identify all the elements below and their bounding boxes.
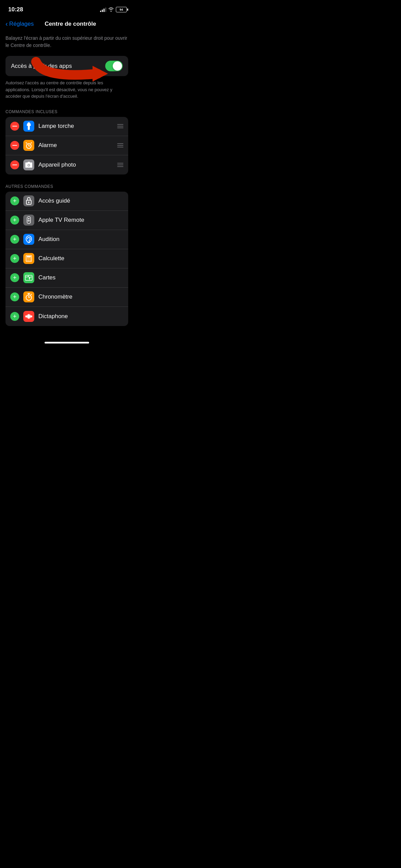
item-label: Appareil photo (38, 161, 113, 168)
toggle-knob (113, 61, 122, 71)
wifi-icon (108, 7, 114, 13)
add-button[interactable] (10, 292, 19, 301)
maps-icon (23, 272, 34, 283)
svg-point-23 (27, 260, 27, 261)
audition-icon (23, 234, 34, 245)
list-item: Lampe torche (5, 117, 128, 136)
item-label: Chronomètre (38, 293, 123, 300)
add-button[interactable] (10, 254, 19, 263)
add-button[interactable] (10, 273, 19, 282)
remove-button[interactable] (10, 160, 19, 169)
svg-point-24 (28, 260, 29, 261)
remove-button[interactable] (10, 141, 19, 150)
svg-point-20 (27, 258, 27, 259)
list-item: Audition (5, 230, 128, 249)
svg-line-6 (26, 143, 27, 143)
drag-handle[interactable] (117, 163, 123, 167)
svg-rect-19 (27, 256, 31, 257)
battery-icon: 94 (116, 7, 127, 12)
toggle-label: Accès à partir des apps (11, 63, 72, 70)
status-icons: 94 (100, 7, 127, 13)
add-button[interactable] (10, 196, 19, 205)
svg-point-22 (30, 258, 31, 259)
svg-line-7 (31, 143, 32, 143)
top-description: Balayez l'écran à partir du coin supérie… (0, 32, 134, 56)
svg-rect-37 (31, 315, 32, 317)
svg-point-25 (30, 260, 31, 261)
item-label: Calculette (38, 255, 123, 262)
included-commands-list: Lampe torche Alarme (5, 117, 128, 174)
status-bar: 10:28 94 (0, 0, 134, 17)
access-toggle-row: Accès à partir des apps (5, 56, 128, 76)
other-commands-list: Accès guidé Apple TV Remote Audition (5, 192, 128, 326)
dictaphone-icon (23, 311, 34, 322)
guided-access-icon (23, 195, 34, 206)
signal-bars-icon (100, 7, 106, 12)
item-label: Lampe torche (38, 123, 113, 130)
alarm-icon (23, 140, 34, 151)
flashlight-icon (23, 121, 34, 132)
svg-rect-12 (28, 202, 29, 203)
item-label: Alarme (38, 142, 113, 149)
page-title: Centre de contrôle (37, 21, 105, 27)
nav-header: ‹ Réglages Centre de contrôle (0, 17, 134, 32)
list-item: Cartes (5, 268, 128, 288)
back-chevron-icon: ‹ (5, 20, 8, 28)
drag-handle[interactable] (117, 143, 123, 147)
calculator-icon (23, 253, 34, 264)
svg-line-34 (31, 294, 32, 295)
svg-rect-2 (28, 122, 30, 123)
others-section-header: AUTRES COMMANDES (0, 181, 134, 192)
list-item: Chronomètre (5, 288, 128, 307)
back-label: Réglages (9, 21, 34, 27)
item-label: Cartes (38, 274, 123, 281)
camera-app-icon (23, 159, 34, 170)
stopwatch-icon (23, 291, 34, 302)
add-button[interactable] (10, 216, 19, 225)
item-label: Accès guidé (38, 197, 123, 204)
list-item: Dictaphone (5, 307, 128, 326)
section-gap (0, 174, 134, 181)
item-label: Dictaphone (38, 313, 123, 320)
included-section-header: COMMANDES INCLUSES (0, 107, 134, 117)
remove-button[interactable] (10, 122, 19, 131)
list-item: Appareil photo (5, 155, 128, 174)
back-button[interactable]: ‹ Réglages (5, 20, 34, 28)
svg-point-14 (28, 218, 29, 219)
status-time: 10:28 (8, 6, 23, 13)
item-label: Apple TV Remote (38, 217, 123, 224)
add-button[interactable] (10, 312, 19, 321)
list-item: Calculette (5, 249, 128, 268)
list-item: Accès guidé (5, 192, 128, 211)
toggle-description: Autorisez l'accès au centre de contrôle … (0, 76, 134, 107)
home-indicator (45, 342, 89, 343)
svg-rect-26 (25, 275, 32, 280)
item-label: Audition (38, 236, 123, 243)
svg-point-21 (28, 258, 29, 259)
access-toggle[interactable] (105, 61, 123, 71)
drag-handle[interactable] (117, 124, 123, 128)
apple-tv-remote-icon (23, 215, 34, 226)
svg-point-17 (29, 242, 29, 242)
svg-rect-38 (28, 314, 29, 319)
svg-point-9 (28, 165, 29, 166)
spacer (0, 326, 134, 336)
list-item: Apple TV Remote (5, 211, 128, 230)
list-item: Alarme (5, 136, 128, 155)
add-button[interactable] (10, 235, 19, 244)
